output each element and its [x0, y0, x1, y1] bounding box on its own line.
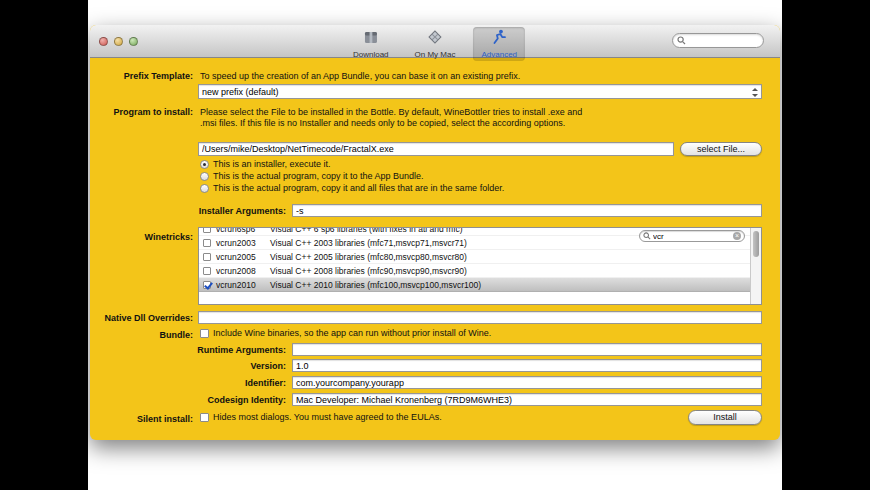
- bundle-label: Bundle:: [90, 330, 193, 340]
- winetricks-name: vcrun2010: [216, 280, 262, 290]
- radio-label: This is the actual program, copy it and …: [213, 183, 504, 193]
- prefix-template-description: To speed up the creation of an App Bundl…: [200, 71, 760, 82]
- search-icon: [643, 232, 651, 240]
- winetricks-label: Winetricks:: [90, 232, 193, 242]
- program-file-path-input[interactable]: [198, 142, 674, 156]
- scrollbar-thumb[interactable]: [753, 231, 759, 257]
- prefix-template-select[interactable]: new prefix (default): [198, 84, 762, 99]
- checkbox-unchecked[interactable]: [200, 329, 209, 338]
- installer-arguments-input[interactable]: [292, 204, 762, 217]
- minimize-button[interactable]: [114, 37, 123, 46]
- close-button[interactable]: [99, 37, 108, 46]
- dropdown-stepper-icon: [751, 88, 758, 97]
- winetricks-description: Visual C++ 6 sp6 libraries (with fixes i…: [270, 227, 463, 234]
- select-file-button[interactable]: select File...: [680, 142, 762, 156]
- radio-label: This is the actual program, copy it to t…: [213, 171, 424, 181]
- toolbar-item-advanced[interactable]: Advanced: [473, 27, 525, 61]
- silent-install-checkbox-row[interactable]: Hides most dialogs. You must have agreed…: [200, 412, 442, 422]
- radio-installer-execute[interactable]: This is an installer, execute it.: [200, 159, 331, 169]
- winetricks-description: Visual C++ 2005 libraries (mfc80,msvcp80…: [270, 252, 467, 262]
- radio-copy-program[interactable]: This is the actual program, copy it to t…: [200, 171, 424, 181]
- radio-control: [200, 172, 209, 181]
- advanced-runner-icon: [491, 29, 507, 49]
- clear-search-icon[interactable]: ×: [733, 232, 741, 240]
- radio-control-selected: [200, 160, 209, 169]
- native-dll-overrides-input[interactable]: [198, 311, 762, 324]
- winetricks-search-input[interactable]: [653, 232, 721, 241]
- bundle-checkbox-row[interactable]: Include Wine binaries, so the app can ru…: [200, 328, 491, 338]
- radio-control: [200, 184, 209, 193]
- prefix-template-label: Prefix Template:: [90, 71, 193, 81]
- winetricks-name: vcrun2003: [216, 238, 262, 248]
- bundle-checkbox-label: Include Wine binaries, so the app can ru…: [213, 328, 491, 338]
- toolbar-item-download[interactable]: Download: [345, 27, 397, 61]
- search-icon: [677, 36, 686, 45]
- app-window: Download On My Mac Advanced Prefix Templ…: [90, 25, 780, 440]
- version-label: Version:: [90, 361, 286, 371]
- winetricks-description: Visual C++ 2008 libraries (mfc90,msvcp90…: [270, 266, 467, 276]
- winetricks-name: vcrun2005: [216, 252, 262, 262]
- prefix-template-selected-option: new prefix (default): [202, 87, 279, 97]
- runtime-arguments-input[interactable]: [292, 343, 762, 356]
- silent-install-checkbox-label: Hides most dialogs. You must have agreed…: [213, 412, 442, 422]
- silent-install-label: Silent install:: [90, 414, 193, 424]
- winetricks-row[interactable]: vcrun2005 Visual C++ 2005 libraries (mfc…: [199, 250, 761, 264]
- install-button[interactable]: Install: [688, 410, 762, 425]
- program-to-install-label: Program to install:: [90, 107, 193, 117]
- program-to-install-description: Please select the File to be installed i…: [200, 107, 600, 128]
- winetricks-name: vcrun6sp6: [216, 227, 262, 234]
- winetricks-description: Visual C++ 2010 libraries (mfc100,msvcp1…: [270, 280, 481, 290]
- form-content: Prefix Template: To speed up the creatio…: [90, 58, 780, 440]
- winetricks-scrollbar[interactable]: [750, 228, 761, 304]
- radio-copy-folder[interactable]: This is the actual program, copy it and …: [200, 183, 504, 193]
- winetricks-list[interactable]: vcrun6sp6 Visual C++ 6 sp6 libraries (wi…: [198, 227, 762, 305]
- checkbox-checked[interactable]: [203, 281, 211, 289]
- letterbox-left: [0, 0, 88, 490]
- winetricks-row-selected[interactable]: vcrun2010 Visual C++ 2010 libraries (mfc…: [199, 278, 761, 292]
- version-input[interactable]: [292, 359, 762, 372]
- download-icon: [363, 29, 379, 49]
- runtime-arguments-label: Runtime Arguments:: [90, 345, 286, 355]
- toolbar-search-input[interactable]: [688, 36, 758, 46]
- checkbox-unchecked[interactable]: [203, 267, 211, 275]
- winetricks-description: Visual C++ 2003 libraries (mfc71,msvcp71…: [270, 238, 467, 248]
- checkbox-unchecked[interactable]: [203, 239, 211, 247]
- winetricks-search[interactable]: ×: [639, 230, 745, 242]
- titlebar[interactable]: Download On My Mac Advanced: [90, 25, 780, 58]
- native-dll-overrides-label: Native Dll Overrides:: [90, 313, 193, 323]
- codesign-identity-input[interactable]: [292, 393, 762, 406]
- checkbox-unchecked[interactable]: [203, 253, 211, 261]
- identifier-input[interactable]: [292, 376, 762, 389]
- codesign-identity-label: Codesign Identity:: [90, 395, 286, 405]
- checkbox-unchecked[interactable]: [200, 413, 209, 422]
- checkbox-unchecked[interactable]: [203, 227, 211, 233]
- window-controls: [99, 37, 138, 46]
- letterbox-right: [782, 0, 870, 490]
- toolbar-item-on-my-mac[interactable]: On My Mac: [407, 27, 464, 61]
- installer-arguments-label: Installer Arguments:: [90, 206, 286, 216]
- radio-label: This is an installer, execute it.: [213, 159, 331, 169]
- winetricks-name: vcrun2008: [216, 266, 262, 276]
- on-my-mac-icon: [427, 29, 443, 49]
- toolbar-search[interactable]: [672, 33, 764, 48]
- winetricks-row[interactable]: vcrun2008 Visual C++ 2008 libraries (mfc…: [199, 264, 761, 278]
- toolbar: Download On My Mac Advanced: [345, 27, 525, 61]
- zoom-button[interactable]: [129, 37, 138, 46]
- identifier-label: Identifier:: [90, 378, 286, 388]
